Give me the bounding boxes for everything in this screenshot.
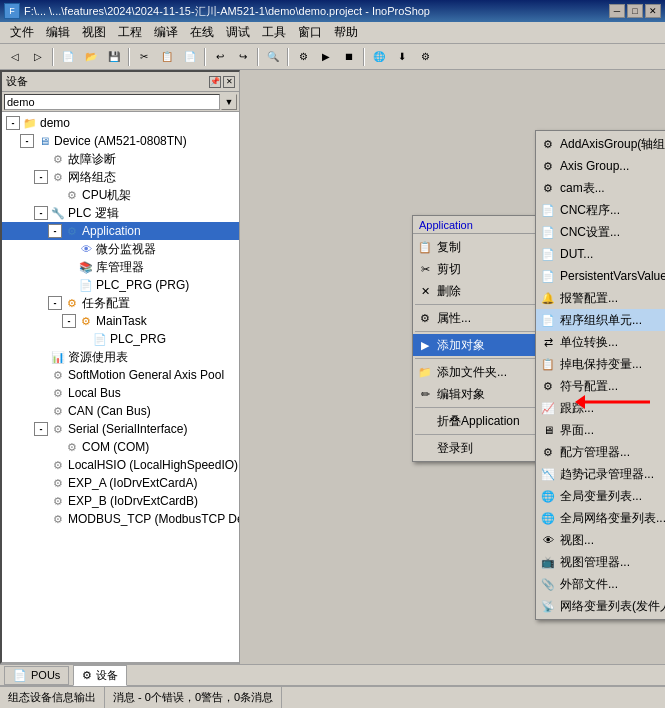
panel-pin-button[interactable]: 📌 [209,76,221,88]
ctx-netvarlist[interactable]: 📡 网络变量列表(发件人)... [536,595,665,617]
tree-item-plcprg[interactable]: 📄PLC_PRG (PRG) [2,276,239,294]
maximize-button[interactable]: □ [627,4,643,18]
tree-item-plcprg2[interactable]: 📄PLC_PRG [2,330,239,348]
tree-item-device[interactable]: -🖥Device (AM521-0808TN) [2,132,239,150]
tree-item-tasks[interactable]: -⚙任务配置 [2,294,239,312]
ctx-dut[interactable]: 📄 DUT... [536,243,665,265]
device-selector[interactable]: demo [4,94,220,110]
menu-item-编译[interactable]: 编译 [148,22,184,43]
menu-item-窗口[interactable]: 窗口 [292,22,328,43]
expand-icon-plc[interactable]: - [34,206,48,220]
stop-button[interactable]: ⏹ [338,47,360,67]
cut-button[interactable]: ✂ [133,47,155,67]
ctx-axisgroup[interactable]: ⚙ Axis Group... [536,155,665,177]
addobj-icon: ▶ [417,337,433,353]
menu-bar: 文件编辑视图工程编译在线调试工具窗口帮助 [0,22,665,44]
viewmgr-icon: 📺 [540,554,556,570]
save-button[interactable]: 💾 [103,47,125,67]
tree-item-monitor[interactable]: 👁微分监视器 [2,240,239,258]
close-button[interactable]: ✕ [645,4,661,18]
ctx-persistent[interactable]: 📄 PersistentVarsValueDetector... [536,265,665,287]
tree-item-modbus[interactable]: ⚙MODBUS_TCP (ModbusTCP Device) [2,510,239,528]
tree-item-localhsio[interactable]: ⚙LocalHSIO (LocalHighSpeedIO) [2,456,239,474]
download-button[interactable]: ⬇ [391,47,413,67]
tree-item-expa[interactable]: ⚙EXP_A (IoDrvExtCardA) [2,474,239,492]
menu-item-调试[interactable]: 调试 [220,22,256,43]
tree-item-cpu[interactable]: ⚙CPU机架 [2,186,239,204]
toolbar: ◁ ▷ 📄 📂 💾 ✂ 📋 📄 ↩ ↪ 🔍 ⚙ ▶ ⏹ 🌐 ⬇ ⚙ [0,44,665,70]
device-dropdown-button[interactable]: ▼ [221,94,237,110]
tree-item-fault[interactable]: ⚙故障诊断 [2,150,239,168]
open-button[interactable]: 📂 [80,47,102,67]
expand-icon-demo[interactable]: - [6,116,20,130]
tree-item-network[interactable]: -⚙网络组态 [2,168,239,186]
run-button[interactable]: ▶ [315,47,337,67]
ctx-addaxisgroup[interactable]: ⚙ AddAxisGroup(轴组插补功能)... [536,133,665,155]
tree-icon-tasks: ⚙ [64,295,80,311]
ctx-retainvar[interactable]: 📋 掉电保持变量... [536,353,665,375]
tab-pous[interactable]: 📄 POUs [4,666,69,685]
menu-item-视图[interactable]: 视图 [76,22,112,43]
ctx-recipemgr[interactable]: ⚙ 配方管理器... [536,441,665,463]
ctx-globalnetvar[interactable]: 🌐 全局网络变量列表... [536,507,665,529]
tree-item-expb[interactable]: ⚙EXP_B (IoDrvExtCardB) [2,492,239,510]
ctx-extfile[interactable]: 📎 外部文件... [536,573,665,595]
panel-close-button[interactable]: ✕ [223,76,235,88]
ctx-viewmgr[interactable]: 📺 视图管理器... [536,551,665,573]
menu-item-工具[interactable]: 工具 [256,22,292,43]
ctx-cncprg[interactable]: 📄 CNC程序... [536,199,665,221]
new-button[interactable]: 📄 [57,47,79,67]
minimize-button[interactable]: ─ [609,4,625,18]
tree-label-expb: EXP_B (IoDrvExtCardB) [68,494,198,508]
settings-button[interactable]: ⚙ [414,47,436,67]
tree-label-plc: PLC 逻辑 [68,205,119,222]
tree-item-demo[interactable]: -📁demo [2,114,239,132]
ctx-view[interactable]: 👁 视图... [536,529,665,551]
tree-label-localhsio: LocalHSIO (LocalHighSpeedIO) [68,458,238,472]
tree-item-serial[interactable]: -⚙Serial (SerialInterface) [2,420,239,438]
view-icon: 👁 [540,532,556,548]
undo-button[interactable]: ↩ [209,47,231,67]
expand-icon-device[interactable]: - [20,134,34,148]
tree-item-localbus[interactable]: ⚙Local Bus [2,384,239,402]
tree-item-plc[interactable]: -🔧PLC 逻辑 [2,204,239,222]
expand-icon-tasks[interactable]: - [48,296,62,310]
tree-item-resource[interactable]: 📊资源使用表 [2,348,239,366]
redo-button[interactable]: ↪ [232,47,254,67]
tree-item-app[interactable]: -⚙Application [2,222,239,240]
svg-marker-1 [575,395,585,409]
ctx-cncsettings[interactable]: 📄 CNC设置... [536,221,665,243]
build-button[interactable]: ⚙ [292,47,314,67]
title-controls: ─ □ ✕ [609,4,661,18]
expand-icon-serial[interactable]: - [34,422,48,436]
tree-item-libmgr[interactable]: 📚库管理器 [2,258,239,276]
forward-button[interactable]: ▷ [27,47,49,67]
ctx-unitconv[interactable]: ⇄ 单位转换... [536,331,665,353]
ctx-cam[interactable]: ⚙ cam表... [536,177,665,199]
tree-item-softmotion[interactable]: ⚙SoftMotion General Axis Pool [2,366,239,384]
menu-item-工程[interactable]: 工程 [112,22,148,43]
menu-item-在线[interactable]: 在线 [184,22,220,43]
tab-device[interactable]: ⚙ 设备 [73,665,127,686]
paste-button[interactable]: 📄 [179,47,201,67]
expand-icon-network[interactable]: - [34,170,48,184]
unitconv-icon: ⇄ [540,334,556,350]
back-button[interactable]: ◁ [4,47,26,67]
expand-icon-maintask[interactable]: - [62,314,76,328]
tree-item-maintask[interactable]: -⚙MainTask [2,312,239,330]
ctx-globalvar[interactable]: 🌐 全局变量列表... [536,485,665,507]
tree-icon-network: ⚙ [50,169,66,185]
tree-icon-cpu: ⚙ [64,187,80,203]
menu-item-帮助[interactable]: 帮助 [328,22,364,43]
expand-icon-app[interactable]: - [48,224,62,238]
copy-button[interactable]: 📋 [156,47,178,67]
ctx-pouorg[interactable]: 📄 程序组织单元... [536,309,665,331]
online-button[interactable]: 🌐 [368,47,390,67]
menu-item-编辑[interactable]: 编辑 [40,22,76,43]
search-button[interactable]: 🔍 [262,47,284,67]
ctx-alarmcfg[interactable]: 🔔 报警配置... [536,287,665,309]
menu-item-文件[interactable]: 文件 [4,22,40,43]
tree-item-canbus[interactable]: ⚙CAN (Can Bus) [2,402,239,420]
ctx-trendmgr[interactable]: 📉 趋势记录管理器... [536,463,665,485]
tree-item-com[interactable]: ⚙COM (COM) [2,438,239,456]
